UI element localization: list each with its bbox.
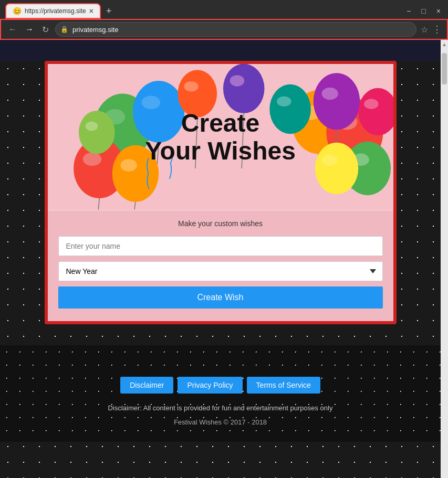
svg-point-33 xyxy=(184,81,198,92)
scroll-up-arrow[interactable]: ▲ xyxy=(442,40,447,49)
svg-point-29 xyxy=(277,96,291,107)
browser-chrome: 😊 https://privatemsg.site × + − □ × ← → … xyxy=(0,0,448,40)
tab-title: https://privatemsg.site xyxy=(25,7,86,15)
disclaimer-button[interactable]: Disclaimer xyxy=(120,377,173,394)
tab-area: 😊 https://privatemsg.site × + xyxy=(5,3,114,19)
footer-copyright: Festival Wishes © 2017 - 2018 xyxy=(11,418,430,426)
svg-point-31 xyxy=(364,99,378,109)
close-window-button[interactable]: × xyxy=(434,6,443,16)
back-button[interactable]: ← xyxy=(6,24,19,35)
address-input[interactable] xyxy=(55,22,416,37)
svg-point-35 xyxy=(223,64,264,113)
svg-point-27 xyxy=(322,154,337,166)
form-area: Make your custom wishes New Year Birthda… xyxy=(48,211,393,321)
footer-area: Disclaimer Privacy Policy Terms of Servi… xyxy=(0,345,441,442)
svg-point-21 xyxy=(313,73,359,130)
hero-title-line2: Your Wishes xyxy=(145,137,296,165)
svg-point-5 xyxy=(141,95,160,109)
browser-tab[interactable]: 😊 https://privatemsg.site × xyxy=(5,3,101,19)
create-wish-button[interactable]: Create Wish xyxy=(58,286,383,309)
svg-point-36 xyxy=(230,75,244,87)
bookmark-button[interactable]: ☆ xyxy=(421,25,428,35)
new-tab-button[interactable]: + xyxy=(103,5,115,18)
forward-button[interactable]: → xyxy=(23,24,36,35)
page-viewport: Create Your Wishes Make your custom wish… xyxy=(0,40,441,478)
refresh-button[interactable]: ↻ xyxy=(40,24,51,36)
terms-of-service-button[interactable]: Terms of Service xyxy=(247,377,320,394)
address-wrapper: 🔒 xyxy=(55,22,416,37)
svg-point-14 xyxy=(85,122,98,131)
address-bar-row: ← → ↻ 🔒 ☆ ⋮ xyxy=(0,19,448,40)
footer-disclaimer: Disclaimer: All content is provided for … xyxy=(11,404,430,412)
title-bar: 😊 https://privatemsg.site × + − □ × xyxy=(0,0,448,19)
window-controls: − □ × xyxy=(404,6,443,16)
footer-links: Disclaimer Privacy Policy Terms of Servi… xyxy=(11,377,430,394)
hero-title-line1: Create xyxy=(181,109,259,137)
svg-point-26 xyxy=(315,143,358,194)
balloon-area: Create Your Wishes xyxy=(48,64,393,211)
main-card: Create Your Wishes Make your custom wish… xyxy=(45,61,397,324)
browser-content-area: Create Your Wishes Make your custom wish… xyxy=(0,40,448,478)
hero-title: Create Your Wishes xyxy=(145,110,296,165)
maximize-button[interactable]: □ xyxy=(419,6,428,16)
scroll-thumb[interactable] xyxy=(442,53,447,84)
page-content: Create Your Wishes Make your custom wish… xyxy=(0,61,441,478)
minimize-button[interactable]: − xyxy=(404,6,413,16)
scrollbar[interactable]: ▲ xyxy=(441,40,448,478)
tab-close-button[interactable]: × xyxy=(89,7,93,15)
hero-text: Create Your Wishes xyxy=(145,110,296,165)
lock-icon: 🔒 xyxy=(60,26,68,33)
svg-point-22 xyxy=(321,88,338,100)
name-input[interactable] xyxy=(58,236,383,256)
browser-menu-button[interactable]: ⋮ xyxy=(432,24,442,35)
svg-point-11 xyxy=(120,159,137,172)
svg-point-13 xyxy=(78,111,114,154)
privacy-policy-button[interactable]: Privacy Policy xyxy=(178,377,242,394)
form-subtitle: Make your custom wishes xyxy=(58,219,383,228)
svg-point-8 xyxy=(82,152,101,166)
wish-type-select[interactable]: New Year Birthday Anniversary Christmas … xyxy=(58,261,383,281)
tab-favicon: 😊 xyxy=(13,7,22,15)
